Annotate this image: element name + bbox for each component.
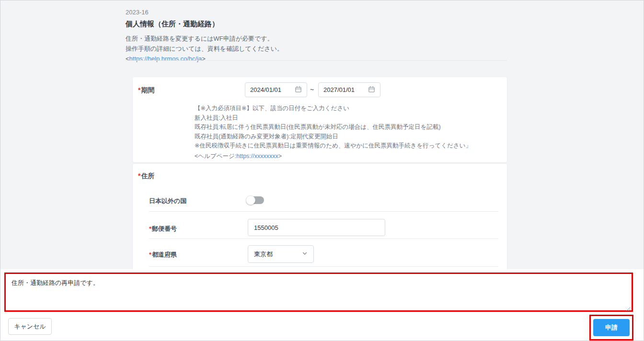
required-mark: * (149, 251, 151, 258)
toggle-knob (246, 195, 255, 205)
address-card: *住所 日本以外の国 *郵便番号 *都道府県 東京都 (133, 164, 507, 269)
calendar-icon (368, 86, 375, 94)
action-bar: 住所・通勤経路の再申請です。 キャンセル 申請 (0, 269, 644, 341)
form-description-line1: 住所・通勤経路を変更するにはWF申請が必要です。 (126, 34, 509, 44)
form-id: 2023-16 (126, 9, 509, 16)
help-link-prefix: <ヘルプページ: (195, 153, 236, 159)
help-line: 既存社員(通勤経路のみ変更対象者):定期代変更開始日 (195, 132, 504, 142)
foreign-country-label: 日本以外の国 (149, 197, 186, 205)
period-help-link-line: <ヘルプページ:https://xxxxxxxx> (195, 152, 282, 161)
period-help-page-link[interactable]: https://xxxxxxxx (236, 153, 278, 159)
comment-textarea[interactable]: 住所・通勤経路の再申請です。 (6, 274, 632, 310)
foreign-country-toggle[interactable] (246, 195, 265, 205)
cancel-button[interactable]: キャンセル (8, 318, 52, 335)
row-divider (149, 266, 498, 267)
header-divider (126, 60, 507, 61)
chevron-down-icon (302, 250, 308, 258)
page-title: 個人情報（住所・通勤経路） (126, 20, 509, 29)
prefecture-select[interactable]: 東京都 (248, 245, 314, 263)
comment-annotation-box: 住所・通勤経路の再申請です。 (4, 273, 633, 312)
row-divider (149, 239, 498, 239)
submit-button[interactable]: 申請 (593, 319, 630, 336)
link-bracket-close: > (202, 55, 206, 62)
help-link-line: <https://help.hrmos.co/hc/ja> (126, 54, 509, 64)
period-help-text: 【※入力必須項目※】以下、該当の日付をご入力ください 新入社員:入社日 既存社員… (195, 104, 504, 151)
help-line: 新入社員:入社日 (195, 114, 504, 123)
help-line: ※住民税徴収手続きに住民票異動日は重要情報のため、速やかに住民票異動手続きを行っ… (195, 141, 504, 151)
resize-handle-icon[interactable] (626, 305, 631, 310)
page: 2023-16 個人情報（住所・通勤経路） 住所・通勤経路を変更するにはWF申請… (0, 0, 644, 341)
calendar-icon (295, 86, 302, 94)
date-from-input[interactable]: 2024/01/01 (245, 82, 307, 97)
date-to-input[interactable]: 2027/01/01 (318, 82, 380, 97)
link-bracket-open: < (126, 55, 129, 62)
required-mark: * (138, 172, 140, 180)
help-link-suffix: > (278, 153, 282, 159)
form-scroll-area: 2023-16 個人情報（住所・通勤経路） 住所・通勤経路を変更するにはWF申請… (0, 0, 644, 269)
date-range-separator: ~ (310, 86, 314, 93)
address-label: *住所 (138, 172, 154, 181)
form-header: 2023-16 個人情報（住所・通勤経路） 住所・通勤経路を変更するにはWF申請… (126, 9, 509, 64)
help-center-link[interactable]: https://help.hrmos.co/hc/ja (129, 55, 202, 62)
date-from-value: 2024/01/01 (250, 86, 281, 93)
form-description-line2: 操作手順の詳細については、資料を確認してください。 (126, 44, 509, 54)
help-line: 【※入力必須項目※】以下、該当の日付をご入力ください (195, 104, 504, 114)
row-divider (149, 211, 498, 212)
required-mark: * (149, 225, 151, 232)
help-line: 既存社員:転居に伴う住民票異動日(住民票異動が未対応の場合は、住民票異動予定日を… (195, 123, 504, 132)
prefecture-selected-value: 東京都 (254, 250, 273, 259)
period-label: *期間 (138, 86, 154, 95)
postal-code-input[interactable] (248, 219, 385, 236)
postal-code-label: *郵便番号 (149, 225, 177, 233)
date-to-value: 2027/01/01 (323, 86, 355, 93)
period-card: *期間 2024/01/01 ~ 2027/01/01 (133, 77, 507, 162)
prefecture-label: *都道府県 (149, 250, 177, 259)
required-mark: * (138, 86, 140, 94)
